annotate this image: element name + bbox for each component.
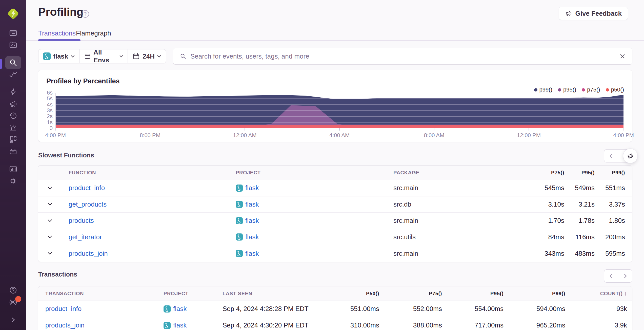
- collapse-sidebar-icon[interactable]: [9, 316, 17, 324]
- projects-icon[interactable]: [9, 41, 17, 49]
- project-link: flask: [245, 217, 259, 225]
- releases-icon[interactable]: [9, 147, 17, 156]
- legend-item-p99[interactable]: p99(): [534, 86, 552, 93]
- flask-project-icon: [236, 201, 243, 208]
- p95-value: 549ms: [564, 184, 595, 192]
- prev-page-button[interactable]: [604, 149, 618, 162]
- quickstart-icon[interactable]: [9, 88, 17, 96]
- p75-value: 552.00ms: [379, 305, 442, 313]
- x-axis-tick: 8:00 AM: [414, 132, 454, 139]
- legend-item-p95[interactable]: p95(): [558, 86, 576, 93]
- function-link[interactable]: get_iterator: [69, 233, 102, 241]
- active-tab-underline: [38, 39, 80, 41]
- flask-project-icon: [236, 217, 243, 224]
- megaphone-icon: [627, 152, 634, 159]
- tab-transactions[interactable]: Transactions: [38, 29, 76, 37]
- table-row: get_iterator flask src.utils 84ms 116ms …: [38, 229, 632, 246]
- transaction-link[interactable]: product_info: [45, 305, 82, 313]
- settings-icon[interactable]: [9, 177, 17, 185]
- environment-filter[interactable]: All Envs: [79, 49, 128, 63]
- project-filter-value: flask: [53, 52, 68, 60]
- next-page-button[interactable]: [618, 269, 632, 283]
- p75-value: 3.10s: [534, 200, 564, 208]
- metrics-icon[interactable]: [9, 70, 17, 79]
- clear-search-icon[interactable]: [619, 53, 626, 59]
- broadcast-notification-dot: [15, 296, 21, 302]
- table-header-row: FUNCTION PROJECT PACKAGE P75() P95() P99…: [38, 166, 632, 180]
- transactions-title: Transactions: [38, 271, 77, 278]
- p95-value: 1.78s: [564, 217, 595, 225]
- project-cell[interactable]: flask: [229, 233, 386, 241]
- p99-value: 200ms: [595, 233, 625, 241]
- legend-dot-p75: [582, 88, 585, 91]
- legend-label: p99(): [539, 86, 552, 93]
- legend-item-p75[interactable]: p75(): [582, 86, 600, 93]
- function-link[interactable]: get_products: [69, 200, 107, 208]
- dashboards-icon[interactable]: [9, 135, 17, 144]
- project-cell[interactable]: flask: [229, 250, 386, 258]
- expand-row-icon[interactable]: [38, 252, 62, 255]
- stats-icon[interactable]: [9, 165, 17, 173]
- project-filter[interactable]: flask: [38, 49, 79, 63]
- search-input[interactable]: [190, 52, 615, 60]
- function-link[interactable]: products_join: [69, 250, 108, 257]
- legend-dot-p50: [606, 88, 609, 91]
- project-cell[interactable]: flask: [229, 200, 386, 208]
- function-link[interactable]: product_info: [69, 184, 105, 192]
- alerts-icon[interactable]: [9, 124, 17, 132]
- project-cell[interactable]: flask: [229, 217, 386, 225]
- project-link: flask: [173, 321, 187, 329]
- function-link[interactable]: products: [69, 217, 94, 224]
- legend-dot-p95: [558, 88, 561, 91]
- issues-icon[interactable]: [9, 29, 17, 37]
- prev-page-button[interactable]: [604, 269, 618, 283]
- legend-dot-p99: [534, 88, 537, 91]
- col-project: PROJECT: [229, 170, 386, 176]
- p95-value: 3.21s: [564, 200, 595, 208]
- transaction-link[interactable]: products_join: [45, 321, 85, 329]
- expand-row-icon[interactable]: [38, 187, 62, 190]
- chart-title: Profiles by Percentiles: [46, 77, 120, 85]
- col-package: PACKAGE: [386, 170, 534, 176]
- project-link: flask: [245, 250, 259, 258]
- package-cell: src.main: [386, 250, 534, 258]
- package-cell: src.main: [386, 184, 534, 192]
- give-feedback-button[interactable]: Give Feedback: [559, 7, 628, 20]
- col-count-sort[interactable]: COUNT() ↓: [565, 290, 627, 297]
- col-p50: P50(): [316, 291, 379, 297]
- page-help-icon[interactable]: ?: [82, 10, 89, 18]
- count-value: 3.9k: [565, 321, 627, 329]
- flask-project-icon: [236, 185, 243, 192]
- project-cell[interactable]: flask: [156, 305, 214, 313]
- whats-new-icon[interactable]: [9, 100, 17, 108]
- project-cell[interactable]: flask: [229, 184, 386, 192]
- chevron-down-icon: [71, 55, 75, 58]
- flask-project-icon: [164, 305, 171, 313]
- percentiles-area-chart[interactable]: [55, 93, 623, 131]
- search-icon[interactable]: [9, 58, 17, 67]
- expand-row-icon[interactable]: [38, 235, 62, 239]
- chart-legend: p99() p95() p75() p50(): [534, 86, 624, 93]
- history-icon[interactable]: [9, 112, 17, 120]
- legend-item-p50[interactable]: p50(): [606, 86, 624, 93]
- p95-value: 554.00ms: [442, 305, 504, 313]
- floating-feedback-button[interactable]: [623, 149, 638, 163]
- flask-project-icon: [236, 233, 243, 241]
- col-count: COUNT(): [600, 291, 623, 297]
- col-project: PROJECT: [156, 291, 214, 297]
- expand-row-icon[interactable]: [38, 203, 62, 206]
- p75-value: 84ms: [534, 233, 564, 241]
- org-logo[interactable]: [6, 7, 20, 21]
- expand-row-icon[interactable]: [38, 219, 62, 222]
- y-axis-tick: 1s: [39, 119, 53, 125]
- x-axis-tick: 4:00 PM: [35, 132, 76, 139]
- col-transaction: TRANSACTION: [38, 291, 156, 297]
- date-range-filter[interactable]: 24H: [128, 49, 166, 63]
- help-icon[interactable]: [9, 286, 17, 295]
- window-icon: [84, 52, 91, 60]
- project-cell[interactable]: flask: [156, 321, 214, 329]
- tab-bar-divider: [26, 40, 644, 41]
- x-axis-tick: 12:00 AM: [225, 132, 265, 139]
- tab-flamegraph[interactable]: Flamegraph: [76, 29, 111, 37]
- count-value: 93k: [565, 305, 627, 313]
